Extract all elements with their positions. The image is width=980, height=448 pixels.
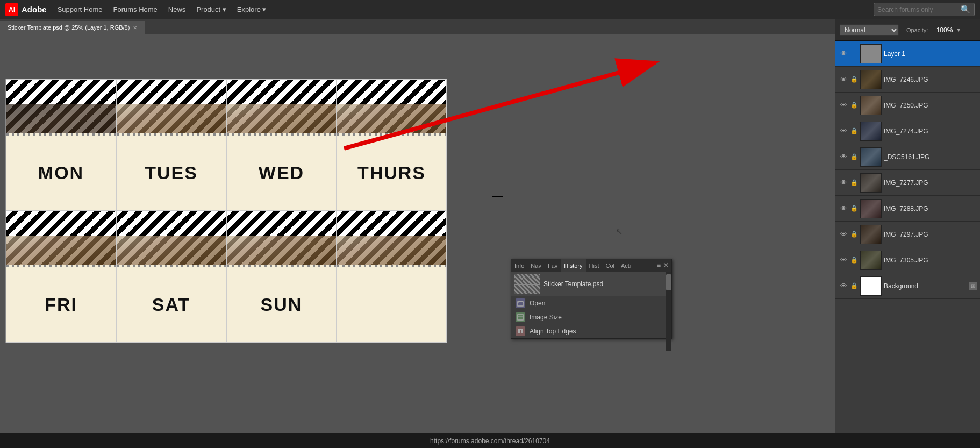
layer-eye-img7277[interactable]: 👁 <box>839 178 848 188</box>
history-scrollbar[interactable] <box>666 272 671 351</box>
panel-menu-icon[interactable]: ≡ <box>657 261 661 269</box>
layer-item-img7246[interactable]: 👁 🔒 IMG_7246.JPG <box>835 67 980 93</box>
photo-tues <box>117 104 226 133</box>
layer-eye-layer1[interactable]: 👁 <box>839 49 848 59</box>
layer-item-dsc5161[interactable]: 👁 🔒 _DSC5161.JPG <box>835 144 980 170</box>
h-tab-col[interactable]: Col <box>602 259 618 272</box>
photo-thurs <box>337 104 446 133</box>
layer-thumb-img7305 <box>860 251 882 270</box>
layer-eye-img7274[interactable]: 👁 <box>839 126 848 136</box>
h-tab-acti[interactable]: Acti <box>618 259 634 272</box>
nav-product[interactable]: Product ▾ <box>196 5 226 13</box>
history-open-label: Open <box>530 300 545 307</box>
photo-sat <box>117 236 226 265</box>
layer-eye-img7250[interactable]: 👁 <box>839 101 848 110</box>
layer-item-img7277[interactable]: 👁 🔒 IMG_7277.JPG <box>835 170 980 196</box>
layer-thumb-img7274 <box>860 122 882 141</box>
layer-lock-img7288: 🔒 <box>850 205 858 212</box>
day-label-sun: SUN <box>227 267 336 342</box>
photo-wed <box>227 104 336 133</box>
history-align-label: Align Top Edges <box>530 328 576 335</box>
tab-label: Sticker Template.psd @ 25% (Layer 1, RGB… <box>8 24 130 31</box>
tab-close-icon[interactable]: ✕ <box>133 25 137 31</box>
layer-lock-dsc5161: 🔒 <box>850 153 858 161</box>
layer-item-img7297[interactable]: 👁 🔒 IMG_7297.JPG <box>835 222 980 247</box>
layer-lock-background: 🔒 <box>850 282 858 290</box>
photo-sun <box>227 236 336 265</box>
nav-explore[interactable]: Explore ▾ <box>237 5 267 13</box>
history-item-image-size[interactable]: Image Size <box>511 310 671 324</box>
layer-item-img7274[interactable]: 👁 🔒 IMG_7274.JPG <box>835 118 980 144</box>
layer-eye-img7305[interactable]: 👁 <box>839 255 848 265</box>
layer-lock-img7297: 🔒 <box>850 231 858 238</box>
history-item-open[interactable]: Open <box>511 296 671 310</box>
open-icon-svg <box>517 300 524 307</box>
blend-mode-select[interactable]: Normal <box>840 24 899 36</box>
history-size-icon <box>516 312 525 322</box>
svg-rect-3 <box>518 315 523 320</box>
layer-thumb-layer1 <box>860 44 882 63</box>
search-bar[interactable]: 🔍 <box>874 3 975 16</box>
layer-lock-img7277: 🔒 <box>850 179 858 187</box>
top-navigation: Ai Adobe Support Home Forums Home News P… <box>0 0 980 19</box>
canvas-area[interactable]: Sticker Template.psd @ 25% (Layer 1, RGB… <box>0 19 835 448</box>
layer-thumb-dsc5161 <box>860 147 882 167</box>
layers-panel: Normal Opacity: 100% ▼ 👁 Layer 1 👁 🔒 <box>835 19 980 448</box>
layer-name-img7277: IMG_7277.JPG <box>884 179 977 187</box>
layers-list[interactable]: 👁 Layer 1 👁 🔒 IMG_7246.JPG 👁 🔒 <box>835 41 980 448</box>
sticker-cell-empty <box>337 211 447 343</box>
sticker-cell-mon: MON <box>6 79 116 211</box>
history-item-align[interactable]: Align Top Edges <box>511 324 671 338</box>
h-tab-nav[interactable]: Nav <box>527 259 545 272</box>
history-header: Sticker Template.psd <box>511 272 671 296</box>
opacity-value: 100% <box>931 26 953 34</box>
adobe-logo-icon: Ai <box>5 3 18 16</box>
h-tab-hist[interactable]: Hist <box>586 259 603 272</box>
tab-sticker-template[interactable]: Sticker Template.psd @ 25% (Layer 1, RGB… <box>0 21 145 34</box>
opacity-dropdown-icon[interactable]: ▼ <box>956 27 961 33</box>
history-items-list[interactable]: Open Image Size <box>511 296 671 338</box>
history-open-icon <box>516 298 525 308</box>
day-label-tues: TUES <box>117 136 226 210</box>
h-tab-history[interactable]: History <box>561 259 585 272</box>
layer-eye-img7246[interactable]: 👁 <box>839 75 848 84</box>
nav-forums-home[interactable]: Forums Home <box>113 5 158 13</box>
thumb-cell-2 <box>523 274 531 284</box>
layers-toolbar: Normal Opacity: 100% ▼ <box>835 19 980 41</box>
search-icon: 🔍 <box>960 4 971 15</box>
h-tab-info[interactable]: Info <box>511 259 527 272</box>
align-icon-svg <box>517 328 524 335</box>
history-scrollbar-thumb[interactable] <box>666 274 671 290</box>
nav-support-home[interactable]: Support Home <box>58 5 103 13</box>
layer-item-img7305[interactable]: 👁 🔒 IMG_7305.JPG <box>835 247 980 273</box>
layer-eye-background[interactable]: 👁 <box>839 281 848 291</box>
svg-rect-7 <box>521 330 523 333</box>
layer-badge-background: ⊞ <box>969 282 977 290</box>
adobe-wordmark: Adobe <box>22 5 47 14</box>
photo-empty <box>337 236 446 265</box>
search-input[interactable] <box>877 6 958 13</box>
layer-eye-img7288[interactable]: 👁 <box>839 204 848 214</box>
layer-name-dsc5161: _DSC5161.JPG <box>884 153 977 161</box>
layer-eye-dsc5161[interactable]: 👁 <box>839 152 848 162</box>
layer-lock-img7274: 🔒 <box>850 127 858 135</box>
h-tab-fav[interactable]: Fav <box>545 259 561 272</box>
sticker-sheet: MON TUES WED <box>5 79 447 343</box>
layer-lock-img7246: 🔒 <box>850 76 858 83</box>
opacity-label: Opacity: <box>906 27 928 33</box>
layer-item-background[interactable]: 👁 🔒 Background ⊞ <box>835 273 980 299</box>
layer-item-img7288[interactable]: 👁 🔒 IMG_7288.JPG <box>835 196 980 222</box>
layer-thumb-img7277 <box>860 173 882 193</box>
nav-news[interactable]: News <box>168 5 186 13</box>
layer-eye-img7297[interactable]: 👁 <box>839 230 848 239</box>
layer-item-layer1[interactable]: 👁 Layer 1 <box>835 41 980 67</box>
layer-name-layer1: Layer 1 <box>884 50 977 58</box>
layer-item-img7250[interactable]: 👁 🔒 IMG_7250.JPG <box>835 93 980 118</box>
layer-name-img7274: IMG_7274.JPG <box>884 127 977 135</box>
tab-strip: Sticker Template.psd @ 25% (Layer 1, RGB… <box>0 19 835 34</box>
day-label-empty <box>337 267 446 342</box>
layer-thumb-img7288 <box>860 199 882 218</box>
photo-fri <box>6 236 116 265</box>
footer-bar: https://forums.adobe.com/thread/2610704 <box>0 433 980 448</box>
panel-close-icon[interactable]: ✕ <box>663 261 669 269</box>
